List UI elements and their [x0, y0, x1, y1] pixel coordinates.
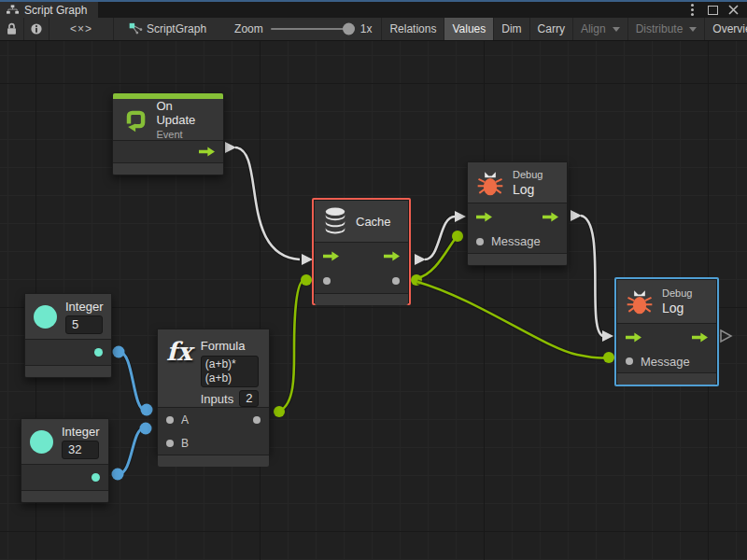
integer-icon	[30, 430, 53, 454]
zoom-slider-handle[interactable]	[343, 23, 355, 35]
graph-canvas[interactable]: On Update Event	[0, 41, 747, 560]
value-output-port[interactable]	[253, 416, 261, 424]
port-label: A	[181, 413, 189, 427]
code-view-button[interactable]: <×>	[49, 18, 114, 40]
value-output-port[interactable]	[94, 348, 103, 357]
flow-output-port[interactable]	[384, 251, 400, 261]
info-button[interactable]	[24, 18, 49, 40]
node-category: Debug	[662, 287, 692, 299]
message-input-port[interactable]	[476, 238, 484, 245]
window-menu-icon[interactable]	[685, 4, 698, 17]
flow-input-port[interactable]	[626, 332, 641, 343]
lock-button[interactable]	[0, 18, 24, 40]
graph-name: ScriptGraph	[147, 22, 206, 35]
graph-hierarchy-icon	[7, 4, 19, 16]
node-title: Formula	[201, 339, 260, 353]
zoom-level: 1x	[360, 22, 373, 35]
value-input-port[interactable]	[323, 277, 331, 285]
wire-integer1-formula-a[interactable]	[120, 352, 145, 410]
node-subtitle: Event	[156, 129, 212, 140]
flow-input-port[interactable]	[476, 212, 492, 222]
zoom-slider[interactable]	[271, 28, 353, 30]
relations-button[interactable]: Relations	[382, 18, 444, 40]
wire-cache-debug2-message[interactable]	[417, 282, 607, 358]
script-graph-icon	[129, 22, 143, 35]
close-icon[interactable]	[726, 4, 740, 17]
node-cache[interactable]: Cache	[314, 200, 409, 303]
node-cache-selection: Cache	[312, 198, 411, 305]
flow-input-port[interactable]	[323, 251, 339, 261]
on-update-icon	[121, 105, 148, 133]
dim-button[interactable]: Dim	[494, 18, 529, 40]
node-title: Integer	[65, 300, 103, 314]
caret-down-icon	[689, 27, 697, 32]
code-view-icon: <×>	[57, 22, 106, 35]
wire-integer2-formula-b[interactable]	[119, 428, 144, 474]
script-graph-window: Script Graph <×>	[0, 0, 747, 560]
database-icon	[323, 207, 347, 235]
port-label: Message	[491, 234, 541, 248]
node-category: Debug	[513, 169, 543, 180]
message-input-port[interactable]	[626, 357, 633, 365]
flow-output-port[interactable]	[199, 147, 215, 157]
integer-value-field[interactable]: 32	[62, 441, 99, 459]
node-on-update[interactable]: On Update Event	[112, 92, 224, 175]
info-icon	[30, 22, 43, 35]
maximize-icon[interactable]	[706, 4, 719, 17]
wire-cache-debug1[interactable]	[425, 217, 455, 259]
overview-button[interactable]: Overview	[705, 18, 747, 40]
node-title: On Update	[156, 99, 212, 127]
inputs-label: Inputs	[201, 392, 233, 406]
node-title: Log	[513, 182, 543, 197]
toolbar-right-group: Relations Values Dim Carry Align Distrib…	[381, 18, 747, 40]
node-debug-log-1[interactable]: Debug Log Message	[467, 161, 568, 266]
zoom-control: Zoom 1x	[214, 18, 381, 40]
carry-button[interactable]: Carry	[530, 18, 573, 40]
bug-icon	[626, 287, 654, 315]
node-title: Integer	[62, 425, 99, 439]
align-button[interactable]: Align	[573, 18, 628, 40]
node-integer-1[interactable]: Integer 5	[24, 293, 112, 378]
formula-icon: fx	[166, 339, 192, 364]
graph-reference-button[interactable]: ScriptGraph	[121, 18, 214, 40]
graph-toolbar: <×> ScriptGraph Zoom 1x Relations Values…	[0, 18, 747, 41]
port-unconnected-triangle[interactable]	[721, 330, 731, 342]
values-button[interactable]: Values	[444, 18, 494, 40]
title-bar: Script Graph	[0, 0, 747, 18]
value-output-port[interactable]	[92, 473, 100, 482]
value-output-port[interactable]	[392, 277, 400, 285]
integer-value-field[interactable]: 5	[65, 315, 103, 334]
port-label: Message	[641, 355, 690, 369]
window-controls	[685, 2, 747, 18]
node-debug-log-2[interactable]: Debug Log Message	[616, 279, 717, 385]
flow-output-port[interactable]	[543, 212, 558, 222]
port-label: B	[181, 437, 189, 450]
node-title: Log	[662, 301, 692, 315]
zoom-label: Zoom	[234, 22, 263, 35]
node-title: Cache	[356, 215, 391, 229]
caret-down-icon	[613, 27, 620, 32]
tab-title: Script Graph	[24, 4, 87, 17]
node-integer-2[interactable]: Integer 32	[21, 418, 109, 503]
distribute-button[interactable]: Distribute	[628, 18, 706, 40]
input-port-b[interactable]	[166, 440, 174, 447]
integer-icon	[34, 305, 57, 329]
inputs-count-field[interactable]: 2	[239, 390, 259, 407]
tab-script-graph[interactable]: Script Graph	[0, 2, 98, 18]
formula-expression-field[interactable]: (a+b)*(a+b)	[201, 356, 260, 387]
flow-output-port[interactable]	[692, 332, 708, 343]
input-port-a[interactable]	[166, 416, 174, 424]
node-formula[interactable]: fx Formula (a+b)*(a+b) Inputs 2 A	[157, 329, 270, 453]
wire-debug1-debug2[interactable]	[581, 216, 603, 336]
lock-icon	[6, 22, 18, 35]
node-debug-log-2-selection: Debug Log Message	[614, 277, 719, 386]
bug-icon	[476, 169, 504, 197]
